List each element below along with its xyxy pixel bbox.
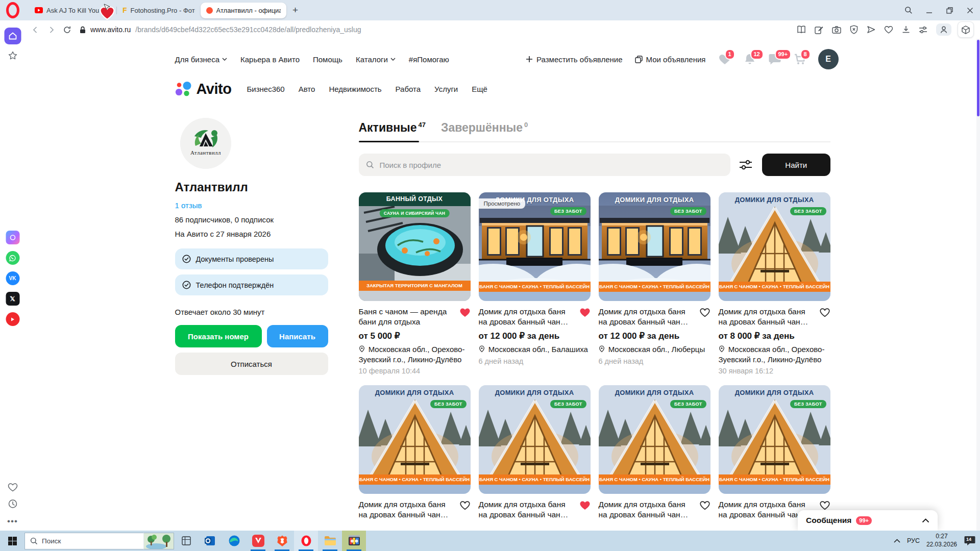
listing-image[interactable]: БАННЫЙ ОТДЫХ САУНА И СИБИРСКИЙ ЧАН ЗАКРЫ… [359, 192, 471, 301]
find-button[interactable]: Найти [762, 154, 830, 176]
taskbar-search-field[interactable]: Поиск [24, 533, 143, 549]
edge-icon[interactable] [222, 531, 246, 551]
camera-icon[interactable] [832, 26, 841, 34]
new-tab-button[interactable]: + [288, 3, 303, 17]
category-nav-item[interactable]: Бизнес360 [247, 85, 284, 93]
listing-image[interactable]: ДОМИКИ ДЛЯ ОТДЫХА БЕЗ ЗАБОТ БАНЯ С ЧАНОМ… [599, 385, 710, 494]
listing-title[interactable]: Домик для отдыха баня на дровах банный ч… [599, 307, 695, 327]
opera-taskbar-icon[interactable] [294, 531, 318, 551]
close-button[interactable] [960, 0, 980, 20]
favorite-button[interactable] [579, 500, 591, 511]
my-ads-button[interactable]: Мои объявления [635, 55, 706, 64]
browser-tab-1[interactable]: Ask AJ To Kill You Or Ask A [29, 3, 116, 18]
taskbar-clock[interactable]: 0:27 22.03.2026 [926, 533, 957, 548]
listing-image[interactable]: ДОМИКИ ДЛЯ ОТДЫХА БЕЗ ЗАБОТ БАНЯ С ЧАНОМ… [359, 385, 471, 494]
header-notifications-button[interactable]: 12 [744, 53, 756, 66]
reviews-link[interactable]: 1 отзыв [175, 201, 202, 210]
play-media-icon[interactable] [6, 312, 19, 326]
category-nav-item[interactable]: Авто [299, 85, 315, 93]
restore-button[interactable] [939, 0, 960, 20]
task-view-button[interactable] [174, 531, 198, 551]
header-cart-button[interactable]: 8 [794, 53, 806, 65]
reading-list-icon[interactable] [797, 26, 806, 34]
header-link[interactable]: Карьера в Авито [240, 55, 300, 64]
messages-panel-bar[interactable]: Сообщения 99+ [798, 510, 938, 531]
listing-title[interactable]: Баня с чаном — аренда бани для отдыха [359, 307, 455, 327]
listing-title[interactable]: Домик для отдыха баня на дровах банный ч… [719, 307, 815, 327]
category-nav-item[interactable]: Ещё [472, 85, 487, 93]
tray-expand-icon[interactable] [894, 539, 900, 543]
avito-logo[interactable]: Avito [175, 81, 232, 97]
profile-search-field[interactable] [359, 154, 730, 176]
workspace-home-icon[interactable] [4, 28, 21, 44]
start-button[interactable] [0, 531, 24, 551]
tab-active-listings[interactable]: Активные47 [359, 121, 426, 135]
listing-image[interactable]: ДОМИКИ ДЛЯ ОТДЫХА БЕЗ ЗАБОТ БАНЯ С ЧАНОМ… [479, 385, 591, 494]
user-avatar[interactable]: E [818, 49, 839, 69]
tab-finished-listings[interactable]: Завершённые0 [441, 121, 528, 135]
favorite-button[interactable] [459, 500, 471, 511]
x-twitter-icon[interactable]: 𝕏 [6, 292, 19, 306]
filters-icon[interactable] [739, 159, 752, 170]
whatsapp-icon[interactable] [6, 251, 19, 265]
vivaldi-icon[interactable] [246, 531, 270, 551]
unsubscribe-button[interactable]: Отписаться [175, 353, 328, 375]
chrome-search-icon[interactable] [898, 0, 919, 20]
forward-button[interactable] [47, 26, 56, 34]
write-message-button[interactable]: Написать [267, 325, 328, 347]
brave-icon[interactable] [270, 531, 294, 551]
url-field[interactable]: www.avito.ru/brands/d649cbef4d322c65ec53… [80, 26, 797, 34]
category-nav-item[interactable]: Недвижимость [329, 85, 381, 93]
header-link[interactable]: Для бизнеса [175, 55, 228, 64]
download-icon[interactable] [902, 26, 910, 34]
listing-card[interactable]: ДОМИКИ ДЛЯ ОТДЫХА БЕЗ ЗАБОТ БАНЯ С ЧАНОМ… [599, 192, 710, 375]
listing-card[interactable]: ДОМИКИ ДЛЯ ОТДЫХА БЕЗ ЗАБОТ БАНЯ С ЧАНОМ… [359, 385, 471, 520]
tune-settings-icon[interactable] [919, 26, 927, 34]
search-highlight-image[interactable] [143, 533, 174, 549]
scrollbar-thumb[interactable] [977, 40, 979, 116]
post-ad-button[interactable]: Разместить объявление [526, 55, 622, 64]
listing-card[interactable]: ДОМИКИ ДЛЯ ОТДЫХА БЕЗ ЗАБОТ БАНЯ С ЧАНОМ… [479, 192, 591, 375]
messenger-icon[interactable] [6, 231, 19, 244]
chevron-up-icon[interactable] [922, 518, 929, 523]
action-center-button[interactable]: 14 [964, 535, 976, 546]
header-favorites-button[interactable]: 1 [718, 53, 731, 65]
listing-image[interactable]: ДОМИКИ ДЛЯ ОТДЫХА БЕЗ ЗАБОТ БАНЯ С ЧАНОМ… [719, 385, 830, 494]
listing-title[interactable]: Домик для отдыха баня на дровах банный ч… [599, 499, 695, 520]
favorite-button[interactable] [819, 500, 830, 511]
listing-card[interactable]: БАННЫЙ ОТДЫХ САУНА И СИБИРСКИЙ ЧАН ЗАКРЫ… [359, 192, 471, 375]
favorite-button[interactable] [699, 307, 710, 318]
language-indicator[interactable]: РУС [907, 537, 920, 544]
minimize-button[interactable] [919, 0, 939, 20]
category-nav-item[interactable]: Услуги [434, 85, 458, 93]
history-clock-icon[interactable] [8, 499, 17, 509]
favorite-button[interactable] [579, 307, 591, 318]
header-messages-button[interactable]: 99+ [768, 53, 781, 65]
extensions-cube-icon[interactable] [958, 21, 974, 38]
reload-button[interactable] [63, 26, 71, 34]
header-link[interactable]: Каталоги [356, 55, 396, 64]
header-link[interactable]: Помощь [313, 55, 342, 64]
vk-icon[interactable]: VK [6, 271, 19, 285]
browser-tab-3-active[interactable]: Атлантвилл - официальн [201, 3, 286, 18]
shield-blocker-icon[interactable] [850, 25, 858, 34]
listing-card[interactable]: ДОМИКИ ДЛЯ ОТДЫХА БЕЗ ЗАБОТ БАНЯ С ЧАНОМ… [599, 385, 710, 520]
category-nav-item[interactable]: Работа [396, 85, 421, 93]
favorite-button[interactable] [699, 500, 710, 511]
sidebar-more-icon[interactable]: ••• [7, 516, 18, 527]
opera-menu-button[interactable] [0, 0, 25, 20]
favorite-button[interactable] [459, 307, 471, 318]
media-app-icon[interactable] [342, 531, 366, 551]
listing-card[interactable]: ДОМИКИ ДЛЯ ОТДЫХА БЕЗ ЗАБОТ БАНЯ С ЧАНОМ… [719, 192, 830, 375]
browser-tab-2[interactable]: F Fotohosting.Pro - Фотохо [117, 3, 201, 18]
listing-image[interactable]: ДОМИКИ ДЛЯ ОТДЫХА БЕЗ ЗАБОТ БАНЯ С ЧАНОМ… [719, 192, 830, 301]
snapshot-edit-icon[interactable] [815, 26, 823, 34]
favorite-button[interactable] [819, 307, 830, 318]
listing-title[interactable]: Домик для отдыха баня на дровах банный ч… [479, 307, 575, 327]
listing-title[interactable]: Домик для отдыха баня на дровах банный ч… [359, 499, 455, 520]
header-link[interactable]: #яПомогаю [409, 55, 449, 64]
listing-title[interactable]: Домик для отдыха баня на дровах банный ч… [479, 499, 575, 520]
listing-image[interactable]: ДОМИКИ ДЛЯ ОТДЫХА БЕЗ ЗАБОТ БАНЯ С ЧАНОМ… [479, 192, 591, 301]
listing-image[interactable]: ДОМИКИ ДЛЯ ОТДЫХА БЕЗ ЗАБОТ БАНЯ С ЧАНОМ… [599, 192, 710, 301]
sidebar-heart-icon[interactable] [8, 483, 18, 492]
